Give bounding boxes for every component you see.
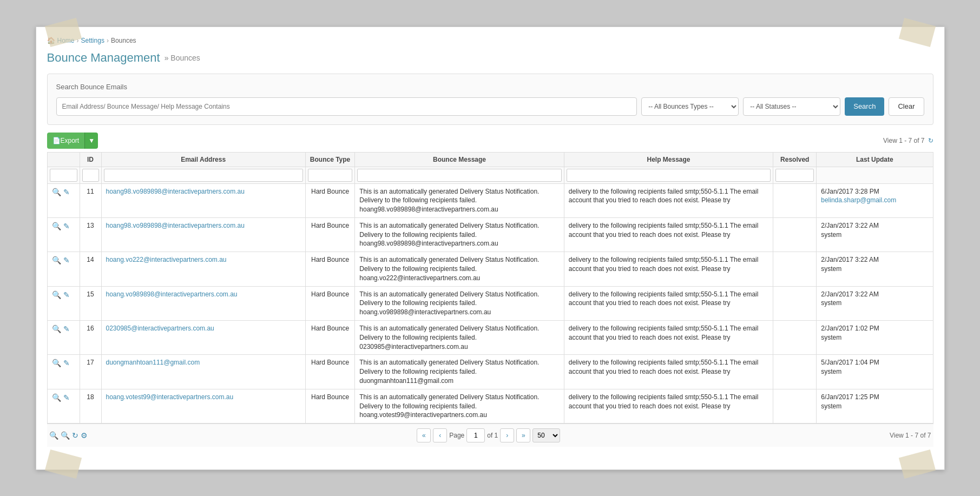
email-link[interactable]: hoang.votest99@interactivepartners.com.a… (106, 393, 234, 401)
filter-bounce-message[interactable] (357, 169, 561, 182)
row-help-message: delivery to the following recipients fai… (564, 183, 773, 217)
row-bounce-message: This is an automatically generated Deliv… (355, 321, 564, 355)
row-help-message: delivery to the following recipients fai… (564, 286, 773, 320)
last-update-user[interactable]: belinda.sharp@gmail.com (821, 196, 896, 204)
row-email[interactable]: duongmanhtoan111@gmail.com (101, 355, 305, 389)
row-last-update: 2/Jan/2017 3:22 AMsystem (817, 217, 933, 252)
table-row: 🔍✎17duongmanhtoan111@gmail.comHard Bounc… (47, 355, 933, 389)
view-icon[interactable]: 🔍 (52, 393, 61, 404)
clear-button[interactable]: Clear (889, 97, 924, 116)
zoom-out-icon[interactable]: 🔍 (49, 431, 58, 440)
row-id: 11 (80, 183, 101, 217)
row-actions: 🔍✎ (47, 252, 80, 286)
filter-help-message[interactable] (567, 169, 771, 182)
email-link[interactable]: duongmanhtoan111@gmail.com (106, 359, 200, 366)
table-body: 🔍✎11hoang98.vo989898@interactivepartners… (47, 183, 933, 424)
pagination-center: « ‹ Page of 1 › » 50 25 100 (417, 428, 560, 442)
row-last-update: 5/Jan/2017 1:04 PMsystem (817, 355, 933, 389)
row-actions: 🔍✎ (47, 321, 80, 355)
pag-last-btn[interactable]: » (516, 428, 530, 442)
row-help-message: delivery to the following recipients fai… (564, 217, 773, 252)
bounce-types-select[interactable]: -- All Bounces Types -- (641, 97, 739, 116)
row-last-update: 2/Jan/2017 1:02 PMsystem (817, 321, 933, 355)
per-page-select[interactable]: 50 25 100 (532, 428, 560, 442)
export-icon: 📄 (52, 137, 61, 144)
search-button[interactable]: Search (845, 97, 884, 116)
pag-page-input[interactable] (466, 428, 485, 442)
statuses-select[interactable]: -- All Statuses -- (743, 97, 840, 116)
row-id: 13 (80, 217, 101, 252)
row-resolved (773, 321, 817, 355)
export-label: Export (61, 137, 80, 144)
pag-next-btn[interactable]: › (500, 428, 514, 442)
view-icon[interactable]: 🔍 (52, 358, 61, 369)
email-link[interactable]: 0230985@interactivepartners.com.au (106, 325, 214, 332)
row-bounce-type: Hard Bounce (305, 286, 354, 320)
row-last-update: 2/Jan/2017 3:22 AMsystem (817, 252, 933, 286)
row-resolved (773, 389, 817, 423)
settings-pag-icon[interactable]: ⚙ (81, 431, 88, 440)
edit-icon[interactable]: ✎ (63, 290, 70, 301)
breadcrumb-current: Bounces (111, 37, 136, 44)
page-title: Bounce Management » Bounces (47, 51, 933, 65)
export-dropdown-button[interactable]: ▼ (84, 133, 98, 149)
edit-icon[interactable]: ✎ (63, 393, 70, 404)
filter-bounce-type[interactable] (308, 169, 352, 182)
row-id: 16 (80, 321, 101, 355)
pag-first-btn[interactable]: « (417, 428, 431, 442)
row-resolved (773, 217, 817, 252)
row-email[interactable]: hoang.vo222@interactivepartners.com.au (101, 252, 305, 286)
edit-icon[interactable]: ✎ (63, 255, 70, 266)
row-help-message: delivery to the following recipients fai… (564, 252, 773, 286)
email-link[interactable]: hoang.vo989898@interactivepartners.com.a… (106, 290, 238, 298)
email-link[interactable]: hoang.vo222@interactivepartners.com.au (106, 256, 227, 263)
row-bounce-message: This is an automatically generated Deliv… (355, 217, 564, 252)
row-help-message: delivery to the following recipients fai… (564, 355, 773, 389)
row-bounce-message: This is an automatically generated Deliv… (355, 355, 564, 389)
search-panel: Search Bounce Emails -- All Bounces Type… (47, 74, 933, 125)
pagination-row: 🔍 🔍 ↻ ⚙ « ‹ Page of 1 › » 50 25 100 View… (47, 424, 933, 447)
filter-actions[interactable] (50, 169, 77, 182)
row-email[interactable]: 0230985@interactivepartners.com.au (101, 321, 305, 355)
view-icon[interactable]: 🔍 (52, 221, 61, 232)
email-link[interactable]: hoang98.vo989898@interactivepartners.com… (106, 188, 245, 195)
export-button[interactable]: 📄 Export (47, 133, 85, 149)
row-email[interactable]: hoang98.vo989898@interactivepartners.com… (101, 183, 305, 217)
table-row: 🔍✎160230985@interactivepartners.com.auHa… (47, 321, 933, 355)
view-icon[interactable]: 🔍 (52, 290, 61, 301)
edit-icon[interactable]: ✎ (63, 187, 70, 198)
row-email[interactable]: hoang.vo989898@interactivepartners.com.a… (101, 286, 305, 320)
breadcrumb: 🏠 Home › Settings › Bounces (47, 32, 933, 51)
edit-icon[interactable]: ✎ (63, 221, 70, 232)
refresh-icon[interactable]: ↻ (928, 137, 933, 144)
view-icon[interactable]: 🔍 (52, 255, 61, 266)
row-resolved (773, 355, 817, 389)
row-help-message: delivery to the following recipients fai… (564, 389, 773, 423)
row-actions: 🔍✎ (47, 286, 80, 320)
email-link[interactable]: hoang98.vo989898@interactivepartners.com… (106, 222, 245, 229)
filter-id[interactable] (82, 169, 99, 182)
filter-email[interactable] (104, 169, 303, 182)
row-email[interactable]: hoang98.vo989898@interactivepartners.com… (101, 217, 305, 252)
table-row: 🔍✎13hoang98.vo989898@interactivepartners… (47, 217, 933, 252)
edit-icon[interactable]: ✎ (63, 358, 70, 369)
row-actions: 🔍✎ (47, 183, 80, 217)
search-pag-icon[interactable]: 🔍 (61, 431, 70, 440)
row-bounce-message: This is an automatically generated Deliv… (355, 252, 564, 286)
pag-page-label: Page (449, 432, 464, 439)
refresh-pag-icon[interactable]: ↻ (72, 431, 78, 440)
view-icon[interactable]: 🔍 (52, 324, 61, 335)
row-email[interactable]: hoang.votest99@interactivepartners.com.a… (101, 389, 305, 423)
filter-resolved[interactable] (775, 169, 814, 182)
row-last-update: 6/Jan/2017 3:28 PMbelinda.sharp@gmail.co… (817, 183, 933, 217)
row-bounce-message: This is an automatically generated Deliv… (355, 183, 564, 217)
row-actions: 🔍✎ (47, 389, 80, 423)
pag-of-label: of 1 (487, 432, 498, 439)
breadcrumb-settings[interactable]: Settings (81, 37, 104, 44)
view-icon[interactable]: 🔍 (52, 187, 61, 198)
edit-icon[interactable]: ✎ (63, 324, 70, 335)
pag-prev-btn[interactable]: ‹ (433, 428, 447, 442)
table-row: 🔍✎14hoang.vo222@interactivepartners.com.… (47, 252, 933, 286)
search-input[interactable] (56, 97, 637, 116)
row-bounce-message: This is an automatically generated Deliv… (355, 389, 564, 423)
